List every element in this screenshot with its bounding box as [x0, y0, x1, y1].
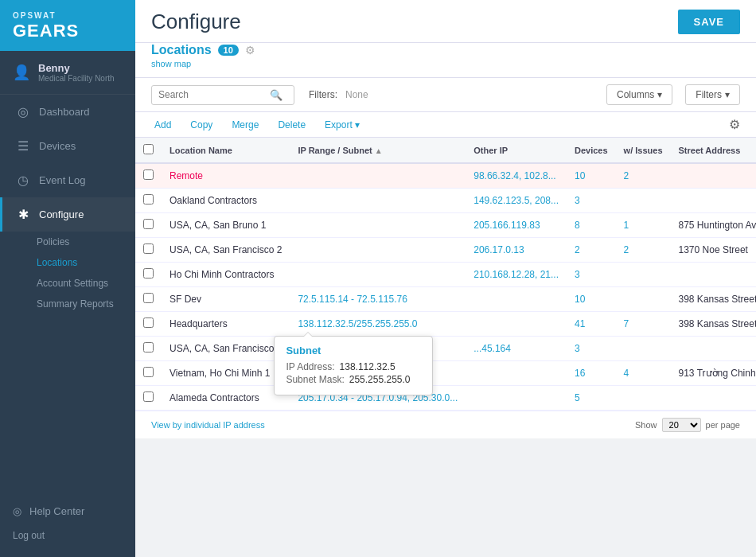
- tooltip-subnet-value: 255.255.255.0: [349, 374, 411, 385]
- devices-count[interactable]: 10: [575, 294, 585, 305]
- tooltip-arrow-inner: [304, 333, 312, 337]
- location-name[interactable]: Alameda Contractors: [170, 392, 259, 403]
- cell-other-ip: 149.62.123.5, 208...: [466, 189, 567, 213]
- location-name[interactable]: USA, CA, San Bruno 1: [170, 220, 266, 231]
- cell-ip-range: [290, 213, 466, 238]
- filters-chevron-icon: ▾: [725, 89, 730, 100]
- save-button[interactable]: SAVE: [678, 10, 740, 34]
- other-ip-link[interactable]: 205.166.119.83: [473, 220, 540, 231]
- copy-button[interactable]: Copy: [187, 118, 216, 132]
- other-ip-link[interactable]: ...45.164: [473, 343, 511, 354]
- other-ip-link[interactable]: 149.62.123.5, 208...: [473, 195, 559, 206]
- table-row: Vietnam, Ho Chi Minh 1202.245...164913 T…: [135, 361, 756, 386]
- filters-btn-label: Filters: [696, 89, 722, 100]
- location-name[interactable]: USA, CA, San Francisco 2: [170, 244, 282, 255]
- location-name[interactable]: Vietnam, Ho Chi Minh 1: [170, 368, 271, 379]
- row-checkbox[interactable]: [143, 268, 154, 278]
- other-ip-link[interactable]: 206.17.0.13: [473, 244, 524, 255]
- sidebar-item-devices[interactable]: ☰ Devices: [0, 129, 135, 163]
- sidebar-item-eventlog[interactable]: ◷ Event Log: [0, 163, 135, 197]
- row-checkbox-cell: [135, 361, 162, 386]
- devices-count[interactable]: 5: [575, 392, 580, 403]
- issues-count[interactable]: 2: [624, 170, 629, 181]
- cell-street: 1370 Noe Street: [671, 238, 756, 263]
- location-name[interactable]: Oakland Contractors: [170, 195, 257, 206]
- sidebar-item-locations[interactable]: Locations: [37, 252, 135, 273]
- sidebar-item-account-settings[interactable]: Account Settings: [37, 273, 135, 294]
- issues-count[interactable]: 7: [624, 318, 629, 329]
- table-row: USA, CA, San Francisco 2206.17.0.1322137…: [135, 238, 756, 263]
- tooltip-subnet-label: Subnet Mask:: [286, 374, 344, 385]
- cell-issues: 2: [616, 163, 671, 189]
- devices-count[interactable]: 3: [575, 269, 580, 280]
- view-by-ip-link[interactable]: View by individual IP address: [151, 420, 265, 430]
- merge-button[interactable]: Merge: [228, 118, 262, 132]
- configure-icon: ✱: [15, 207, 31, 222]
- row-checkbox[interactable]: [143, 169, 154, 180]
- row-checkbox[interactable]: [143, 317, 154, 328]
- show-map-link[interactable]: show map: [151, 59, 191, 68]
- tooltip-ip-row: IP Address: 138.112.32.5: [286, 361, 421, 372]
- delete-button[interactable]: Delete: [275, 118, 309, 132]
- devices-count[interactable]: 2: [575, 244, 580, 255]
- row-checkbox[interactable]: [143, 293, 154, 303]
- row-checkbox[interactable]: [143, 194, 154, 204]
- logout-button[interactable]: Log out: [13, 525, 123, 546]
- cell-other-ip: ...45.164: [466, 337, 567, 361]
- other-ip-link[interactable]: 210.168.12.28, 21...: [473, 269, 559, 280]
- table-row: USA, CA, San Bruno 1205.166.119.8381875 …: [135, 213, 756, 238]
- per-page-select[interactable]: 201050100: [662, 418, 701, 432]
- cell-other-ip: [466, 386, 567, 411]
- add-button[interactable]: Add: [151, 118, 174, 132]
- sidebar-item-dashboard[interactable]: ◎ Dashboard: [0, 95, 135, 129]
- cell-issues: [616, 263, 671, 287]
- devices-count[interactable]: 8: [575, 220, 580, 231]
- filters-button[interactable]: Filters ▾: [685, 84, 740, 105]
- row-checkbox[interactable]: [143, 243, 154, 254]
- export-button[interactable]: Export ▾: [321, 118, 363, 132]
- devices-count[interactable]: 10: [575, 170, 585, 181]
- cell-name: Ho Chi Minh Contractors: [162, 263, 290, 287]
- dashboard-icon: ◎: [15, 104, 31, 119]
- cell-name: Oakland Contractors: [162, 189, 290, 213]
- location-name[interactable]: Ho Chi Minh Contractors: [170, 269, 274, 280]
- ip-range-link[interactable]: 72.5.115.14 - 72.5.115.76: [298, 294, 407, 305]
- select-all-checkbox[interactable]: [143, 144, 154, 154]
- help-icon: ◎: [13, 505, 21, 517]
- table-settings-icon[interactable]: ⚙: [729, 117, 740, 132]
- devices-count[interactable]: 3: [575, 195, 580, 206]
- sidebar-item-configure[interactable]: ✱ Configure: [0, 197, 135, 232]
- row-checkbox[interactable]: [143, 391, 154, 402]
- cell-ip-range: [290, 189, 466, 213]
- table-row: Headquarters 138.112.32.5/255.255.255.0 …: [135, 312, 756, 337]
- table-row: USA, CA, San Francisco 3143.97......45.1…: [135, 337, 756, 361]
- location-name[interactable]: Headquarters: [170, 318, 228, 329]
- columns-button[interactable]: Columns ▾: [606, 84, 672, 105]
- search-input[interactable]: [158, 89, 270, 100]
- location-name[interactable]: SF Dev: [170, 294, 201, 305]
- cell-street: 913 Trường Chinh, Tây Th...: [671, 361, 756, 386]
- ip-range-link[interactable]: 138.112.32.5/255.255.255.0: [298, 318, 417, 329]
- sub-header: Locations 10 ⚙ show map: [135, 43, 756, 78]
- col-street: Street Address: [671, 138, 756, 163]
- issues-count[interactable]: 1: [624, 220, 629, 231]
- cell-issues: [616, 189, 671, 213]
- row-checkbox[interactable]: [143, 342, 154, 353]
- user-avatar-icon: 👤: [13, 64, 30, 81]
- sidebar-item-policies[interactable]: Policies: [37, 232, 135, 252]
- location-name[interactable]: Remote: [170, 170, 203, 181]
- devices-count[interactable]: 41: [575, 318, 585, 329]
- row-checkbox[interactable]: [143, 367, 154, 377]
- row-checkbox[interactable]: [143, 219, 154, 229]
- issues-count[interactable]: 4: [624, 368, 629, 379]
- devices-count[interactable]: 16: [575, 368, 585, 379]
- sidebar-item-help[interactable]: ◎ Help Center: [13, 497, 123, 525]
- location-name[interactable]: USA, CA, San Francisco 3: [170, 343, 282, 354]
- settings-icon[interactable]: ⚙: [245, 44, 255, 56]
- other-ip-link[interactable]: 98.66.32.4, 102.8...: [473, 170, 555, 181]
- col-ip-range: IP Range / Subnet ▲: [290, 138, 466, 163]
- issues-count[interactable]: 2: [624, 244, 629, 255]
- sidebar-item-summary-reports[interactable]: Summary Reports: [37, 294, 135, 314]
- logo-area: OPSWAT GEARS: [0, 0, 135, 51]
- devices-count[interactable]: 3: [575, 343, 580, 354]
